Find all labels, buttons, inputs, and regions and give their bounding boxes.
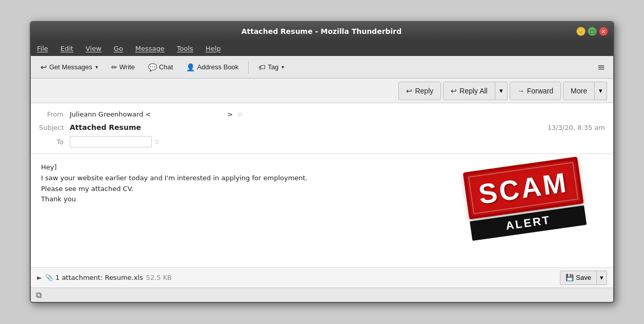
subject-row: Subject Attached Resume 13/3/20, 8:35 am: [39, 121, 605, 134]
status-icon[interactable]: ⧉: [36, 290, 42, 300]
attachment-size: 52.5 KB: [146, 274, 172, 281]
address-book-button[interactable]: 👤 Address Book: [180, 59, 244, 75]
email-body: Hey] I saw your website earlier today an…: [31, 154, 613, 267]
write-button[interactable]: ✏ Write: [106, 59, 140, 75]
more-group: More ▾: [563, 82, 607, 100]
reply-all-dropdown[interactable]: ▾: [495, 82, 508, 100]
attachment-toggle[interactable]: ►: [37, 274, 42, 281]
to-row: To ☆: [39, 134, 605, 149]
more-dropdown-arrow: ▾: [599, 87, 602, 94]
email-date: 13/3/20, 8:35 am: [548, 124, 605, 131]
maximize-button[interactable]: □: [588, 27, 597, 36]
reply-all-button[interactable]: ↩ Reply All: [443, 82, 495, 100]
from-star-icon[interactable]: ☆: [237, 110, 244, 118]
paperclip-icon: 📎: [45, 274, 53, 281]
subject-value: Attached Resume: [70, 123, 548, 131]
window-controls: – □ ✕: [576, 27, 608, 36]
save-group: 💾 Save ▾: [560, 271, 607, 285]
chat-icon: 💬: [148, 63, 157, 71]
window-title: Attached Resume - Mozilla Thunderbird: [67, 27, 576, 35]
attachment-name: 1 attachment: Resume.xls: [55, 274, 143, 281]
reply-all-dropdown-arrow: ▾: [499, 87, 503, 94]
save-dropdown-arrow: ▾: [600, 274, 603, 281]
menu-bar: File Edit View Go Message Tools Help: [31, 41, 613, 56]
menu-file[interactable]: File: [35, 44, 50, 53]
chat-button[interactable]: 💬 Chat: [143, 59, 178, 75]
menu-help[interactable]: Help: [204, 44, 223, 53]
to-star-icon[interactable]: ☆: [154, 138, 160, 146]
subject-label: Subject: [39, 124, 70, 131]
menu-tools[interactable]: Tools: [175, 44, 195, 53]
toolbar-separator: [248, 61, 249, 73]
tag-dropdown-arrow[interactable]: ▾: [281, 64, 284, 70]
get-messages-icon: ↩: [41, 63, 47, 72]
action-bar: ↩ Reply ↩ Reply All ▾ → Forward More ▾: [31, 79, 613, 103]
reply-icon: ↩: [406, 87, 412, 95]
forward-button[interactable]: → Forward: [510, 82, 561, 100]
close-button[interactable]: ✕: [599, 27, 608, 36]
reply-all-group: ↩ Reply All ▾: [443, 82, 507, 100]
to-label: To: [39, 138, 70, 146]
reply-all-icon: ↩: [451, 87, 457, 95]
tag-icon: 🏷: [258, 63, 266, 71]
from-value: Julieann Greenhoward < > ☆: [70, 110, 605, 118]
title-bar: Attached Resume - Mozilla Thunderbird – …: [31, 22, 613, 41]
minimize-button[interactable]: –: [576, 27, 586, 36]
status-bar: ⧉: [31, 288, 613, 302]
from-row: From Julieann Greenhoward < > ☆: [39, 107, 605, 121]
tag-button[interactable]: 🏷 Tag ▾: [253, 59, 290, 75]
toolbar: ↩ Get Messages ▾ ✏ Write 💬 Chat 👤 Addres…: [31, 56, 613, 79]
main-window: Attached Resume - Mozilla Thunderbird – …: [30, 21, 614, 303]
get-messages-button[interactable]: ↩ Get Messages ▾: [35, 59, 104, 75]
write-icon: ✏: [111, 63, 117, 71]
reply-button[interactable]: ↩ Reply: [398, 82, 441, 100]
address-book-icon: 👤: [186, 63, 195, 71]
menu-go[interactable]: Go: [112, 44, 125, 53]
more-button[interactable]: More: [563, 82, 595, 100]
save-button[interactable]: 💾 Save: [560, 271, 597, 285]
save-dropdown[interactable]: ▾: [597, 271, 607, 285]
forward-icon: →: [517, 87, 525, 95]
save-icon: 💾: [566, 274, 574, 281]
from-label: From: [39, 110, 70, 118]
toolbar-menu-icon[interactable]: ≡: [593, 60, 609, 74]
to-input[interactable]: [70, 136, 152, 147]
get-messages-dropdown-arrow[interactable]: ▾: [95, 64, 98, 70]
menu-edit[interactable]: Edit: [58, 44, 75, 53]
menu-message[interactable]: Message: [133, 44, 167, 53]
email-header: From Julieann Greenhoward < > ☆ Subject …: [31, 103, 613, 154]
menu-view[interactable]: View: [84, 44, 104, 53]
more-dropdown[interactable]: ▾: [595, 82, 607, 100]
attachment-bar: ► 📎 1 attachment: Resume.xls 52.5 KB 💾 S…: [31, 267, 613, 288]
